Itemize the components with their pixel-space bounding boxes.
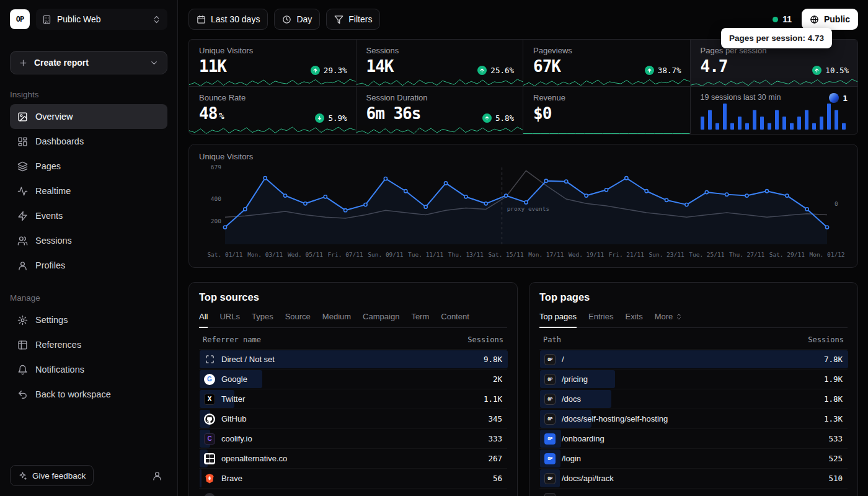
sidebar-section-label: Insights: [10, 90, 167, 99]
metric-sparkline: [523, 125, 690, 134]
public-button[interactable]: Public: [802, 9, 858, 30]
sources-tab-content[interactable]: Content: [441, 312, 469, 321]
metrics-grid: Unique Visitors11K29.3%Sessions14K25.6%P…: [188, 39, 858, 135]
live-visitors[interactable]: 11: [773, 14, 792, 24]
table-row[interactable]: OP/onboarding533: [539, 428, 848, 448]
row-value: 510: [828, 474, 843, 483]
tab-label: All: [199, 312, 208, 321]
metric-card-bounce-rate[interactable]: Bounce Rate48%5.9%: [189, 87, 356, 134]
sidebar-item-profiles[interactable]: Profiles: [10, 253, 167, 278]
metric-change-badge: 38.7%: [645, 66, 681, 75]
metric-label: Bounce Rate: [199, 93, 346, 102]
sources-tab-source[interactable]: Source: [285, 312, 311, 321]
row-value: 267: [488, 454, 502, 463]
sidebar-item-back-to-workspace[interactable]: Back to workspace: [10, 382, 167, 407]
sidebar-item-events[interactable]: Events: [10, 203, 167, 228]
interval-button[interactable]: Day: [274, 9, 320, 30]
svg-text:Tue. 25/11: Tue. 25/11: [689, 251, 724, 258]
table-row[interactable]: OP/docs1.8K: [539, 389, 848, 409]
table-row[interactable]: Brave56: [199, 468, 507, 488]
table-row[interactable]: openalternative.co267: [199, 448, 507, 468]
main-content: Last 30 days Day Filters 11 Pu: [178, 0, 868, 496]
table-row[interactable]: Direct / Not set9.8K: [199, 349, 507, 369]
metric-label: Session Duration: [366, 93, 513, 102]
column-path: Path: [543, 335, 561, 344]
realtime-icon: [17, 186, 28, 197]
sources-tab-all[interactable]: All: [199, 312, 208, 321]
top-pages-tabs: Top pagesEntriesExitsMore: [539, 312, 848, 328]
table-row[interactable]: OP/7.8K: [539, 349, 848, 369]
sidebar-item-pages[interactable]: Pages: [10, 154, 167, 179]
live-sessions-card[interactable]: 19 sessions last 30 min1: [691, 87, 858, 134]
table-row[interactable]: OP/login525: [539, 448, 848, 468]
pages-tab-top-pages[interactable]: Top pages: [539, 312, 577, 321]
live-dot-icon: [773, 17, 778, 22]
live-sessions-label: 19 sessions last 30 min: [701, 93, 781, 102]
create-report-button[interactable]: Create report: [10, 51, 167, 74]
tab-label: Top pages: [539, 312, 577, 321]
metric-card-pageviews[interactable]: Pageviews67K38.7%: [523, 40, 691, 87]
table-row[interactable]: OP/docs/self-hosting/self-hosting1.3K: [539, 409, 848, 428]
profile-button[interactable]: [146, 465, 167, 486]
tab-label: Entries: [588, 312, 613, 321]
visitors-line-chart[interactable]: proxy events2004006790Sat. 01/11Mon. 03/…: [199, 162, 848, 262]
metric-card-sessions[interactable]: Sessions14K25.6%: [356, 40, 524, 87]
metric-sparkline: [356, 78, 523, 87]
sidebar-item-realtime[interactable]: Realtime: [10, 179, 167, 203]
sources-tab-medium[interactable]: Medium: [322, 312, 351, 321]
sources-tab-types[interactable]: Types: [252, 312, 273, 321]
table-row[interactable]: OP/pricing1.9K: [539, 369, 848, 389]
table-row[interactable]: GGoogle2K: [199, 369, 507, 389]
table-row[interactable]: [199, 488, 507, 496]
svg-text:Sat. 29/11: Sat. 29/11: [769, 251, 805, 258]
row-label: Brave: [221, 474, 242, 483]
pages-tab-entries[interactable]: Entries: [588, 312, 613, 321]
sidebar-item-settings[interactable]: Settings: [10, 308, 167, 332]
toolbar: Last 30 days Day Filters 11 Pu: [188, 9, 858, 30]
sidebar-item-notifications[interactable]: Notifications: [10, 357, 167, 382]
sources-tab-campaign[interactable]: Campaign: [363, 312, 399, 321]
row-value: 56: [493, 474, 502, 483]
sources-tab-term[interactable]: Term: [411, 312, 429, 321]
pages-tab-exits[interactable]: Exits: [625, 312, 642, 321]
table-row[interactable]: OP/docs/api/track510: [539, 468, 848, 488]
tab-label: Types: [252, 312, 273, 321]
openpanel-favicon: OP: [544, 433, 556, 445]
table-row[interactable]: XTwitter1.1K: [199, 389, 507, 409]
row-label: GitHub: [221, 414, 246, 423]
sidebar-item-label: Notifications: [35, 365, 84, 374]
arrow-up-icon: [812, 66, 822, 75]
sparkles-icon: [18, 471, 27, 480]
pages-tab-more[interactable]: More: [655, 312, 683, 321]
sidebar-item-label: Sessions: [35, 236, 72, 246]
table-row[interactable]: Ccoolify.io333: [199, 428, 507, 448]
table-row[interactable]: OP: [539, 488, 848, 496]
building-icon: [42, 15, 51, 24]
table-row[interactable]: GitHub345: [199, 409, 507, 428]
metric-card-session-duration[interactable]: Session Duration6m 36s5.8%: [356, 87, 524, 134]
metric-change-badge: 5.9%: [315, 113, 347, 123]
sidebar-item-references[interactable]: References: [10, 332, 167, 357]
workspace-selector[interactable]: Public Web: [36, 9, 167, 30]
toolbar-right: 11 Public: [773, 9, 858, 30]
sidebar-item-dashboards[interactable]: Dashboards: [10, 129, 167, 154]
row-value: 2K: [493, 374, 502, 384]
metric-card-revenue[interactable]: Revenue$0: [523, 87, 691, 134]
live-visitors-count: 11: [782, 14, 792, 24]
metric-card-unique-visitors[interactable]: Unique Visitors11K29.3%: [189, 40, 356, 87]
row-value: 1.1K: [484, 394, 502, 404]
profiles-icon: [17, 260, 28, 271]
openpanel-favicon: OP: [544, 394, 556, 405]
filters-button[interactable]: Filters: [326, 9, 380, 30]
tab-label: Term: [411, 312, 429, 321]
tooltip: Pages per session: 4.73: [721, 28, 832, 48]
sources-tab-urls[interactable]: URLs: [219, 312, 240, 321]
date-range-button[interactable]: Last 30 days: [188, 9, 268, 30]
toolbar-left: Last 30 days Day Filters: [188, 9, 380, 30]
give-feedback-button[interactable]: Give feedback: [10, 465, 94, 486]
sidebar-item-overview[interactable]: Overview: [10, 104, 167, 129]
sidebar-item-sessions[interactable]: Sessions: [10, 228, 167, 253]
metric-change-badge: 29.3%: [311, 66, 347, 75]
row-label: coolify.io: [221, 434, 252, 443]
row-label: /: [562, 355, 564, 364]
